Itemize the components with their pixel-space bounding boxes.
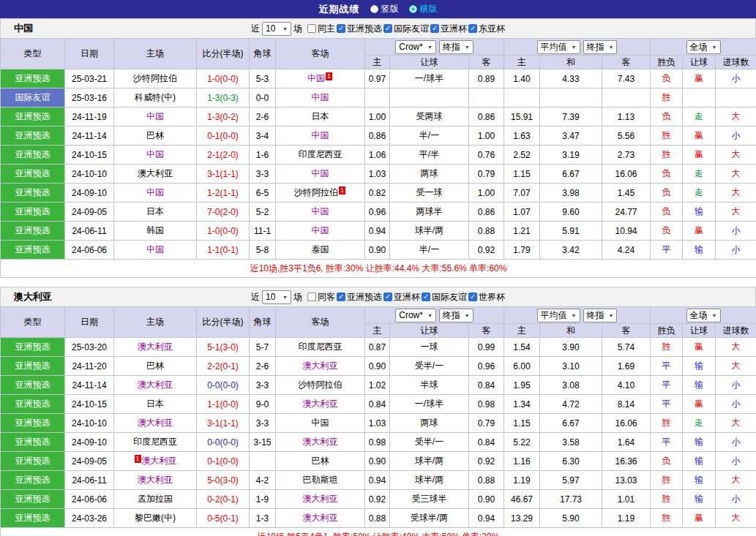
team-name: 中国	[146, 149, 164, 159]
subcol-header: 客	[602, 56, 651, 69]
filter-checkboxes: 同主亚洲预选国际友谊亚洲杯东亚杯	[307, 23, 505, 35]
goals-cell: 大	[716, 184, 756, 203]
result-cell: 胜	[651, 509, 683, 528]
checkbox-icon	[337, 292, 345, 301]
filter-checkbox[interactable]: 世界杯	[468, 291, 505, 303]
odds-final-select[interactable]: 终指▼	[439, 40, 474, 54]
subcol-header: 客	[469, 56, 504, 69]
filter-checkbox[interactable]: 同主	[307, 23, 335, 35]
avg-final-select[interactable]: 终指▼	[583, 40, 618, 54]
odds-away-cell: 0.89	[469, 69, 504, 88]
handicap-result-cell: 走	[683, 107, 716, 127]
match-type-cell: 亚洲预选	[1, 165, 65, 184]
subcol-header: 主	[504, 56, 540, 69]
goals-cell: 小	[716, 395, 756, 414]
match-type-cell: 亚洲预选	[1, 69, 65, 88]
home-team-cell: 黎巴嫩(中)	[114, 509, 197, 528]
avg-final-select[interactable]: 终指▼	[583, 309, 618, 322]
match-type-cell: 亚洲预选	[1, 107, 65, 127]
odds-away-cell: 0.92	[469, 241, 504, 260]
filter-checkbox[interactable]: 亚洲杯	[430, 23, 467, 35]
match-date-cell: 24-09-05	[65, 203, 114, 222]
team-name: 印度尼西亚	[299, 149, 343, 159]
bookmaker-select[interactable]: Crow*▼	[395, 40, 436, 54]
result-cell: 平	[651, 357, 683, 376]
handicap-cell	[390, 88, 469, 107]
radio-icon	[409, 5, 417, 13]
col-header: 日期	[65, 307, 114, 338]
odds-home-cell: 0.87	[365, 338, 390, 357]
red-card-badge: 1	[326, 72, 332, 80]
avg-home-cell: 1.54	[504, 338, 540, 357]
filter-checkbox[interactable]: 亚洲杯	[383, 291, 420, 303]
col-header: 角球	[250, 39, 276, 69]
layout-option-horizontal[interactable]: 横版	[409, 3, 438, 15]
score-cell: 0-0(0-0)	[197, 376, 250, 395]
odds-home-cell: 0.90	[365, 241, 390, 260]
handicap-result-cell: 赢	[683, 338, 716, 357]
result-cell: 负	[651, 165, 683, 184]
odds-away-cell: 0.88	[469, 471, 504, 490]
team-name: 澳大利亚	[142, 456, 177, 466]
filter-checkbox[interactable]: 亚洲预选	[337, 291, 382, 303]
avg-away-cell: 16.36	[602, 452, 651, 471]
avg-away-cell: 5.56	[602, 127, 651, 146]
avg-away-cell: 1.13	[602, 107, 651, 127]
score-cell: 5-1(3-0)	[197, 338, 250, 357]
chevron-down-icon: ▼	[465, 313, 470, 318]
home-team-cell: 澳大利亚	[114, 165, 197, 184]
handicap-cell: 半/一	[390, 241, 469, 260]
avg-draw-cell: 6.30	[540, 452, 602, 471]
score-cell: 2-1(2-0)	[197, 146, 250, 165]
subcol-header: 主	[504, 324, 540, 338]
odds-home-cell: 0.90	[365, 357, 390, 376]
odds-away-cell	[469, 88, 504, 107]
filter-checkbox[interactable]: 国际友谊	[383, 23, 429, 35]
odds-home-cell: 0.94	[365, 471, 390, 490]
handicap-cell: 球半/两	[390, 471, 469, 490]
match-count-select[interactable]: 10▼	[262, 290, 291, 304]
corner-cell: 3-4	[250, 127, 276, 146]
odds-home-cell: 0.84	[365, 395, 390, 414]
match-count-select[interactable]: 10▼	[262, 22, 291, 36]
score-cell: 1-0(0-0)	[197, 222, 250, 241]
goals-cell: 大	[716, 471, 756, 490]
avg-draw-cell: 4.72	[540, 395, 602, 414]
handicap-cell: 受一球	[390, 184, 469, 203]
avg-draw-cell: 3.98	[540, 184, 602, 203]
filter-checkbox[interactable]: 东亚杯	[468, 23, 505, 35]
layout-option-vertical[interactable]: 竖版	[370, 3, 399, 15]
corner-cell: 5-2	[250, 203, 276, 222]
match-date-cell: 24-06-06	[65, 490, 114, 509]
avg-select[interactable]: 平均值▼	[537, 309, 580, 322]
avg-draw-cell: 3.90	[540, 338, 602, 357]
filter-checkbox[interactable]: 同客	[307, 291, 335, 303]
match-date-cell: 24-09-05	[65, 452, 114, 471]
avg-select[interactable]: 平均值▼	[537, 40, 580, 54]
odds-away-cell: 0.79	[469, 414, 504, 433]
match-type-cell: 亚洲预选	[1, 146, 65, 165]
team-name: 澳大利亚	[138, 380, 173, 390]
odds-home-cell: 0.82	[365, 184, 390, 203]
col-header: 类型	[1, 39, 65, 69]
result-cell: 平	[651, 433, 683, 452]
bookmaker-select[interactable]: Crow*▼	[395, 309, 436, 322]
avg-draw-cell: 3.42	[540, 241, 602, 260]
avg-home-cell: 1.79	[504, 241, 540, 260]
odds-final-select[interactable]: 终指▼	[439, 309, 474, 322]
match-date-cell: 24-06-11	[65, 222, 114, 241]
avg-home-cell: 1.15	[504, 165, 540, 184]
match-date-cell: 24-09-10	[65, 184, 114, 203]
match-row: 亚洲预选25-03-20澳大利亚5-1(3-0)5-7印度尼西亚0.87一球0.…	[1, 338, 756, 357]
avg-home-cell: 1.34	[504, 395, 540, 414]
fulltime-select[interactable]: 全场▼	[686, 40, 721, 54]
fulltime-select[interactable]: 全场▼	[686, 309, 721, 322]
team-name: 韩国	[146, 225, 164, 235]
filter-checkbox[interactable]: 国际友谊	[422, 291, 467, 303]
match-row: 亚洲预选24-10-10澳大利亚3-1(1-1)3-3中国1.03两球0.791…	[1, 165, 756, 184]
avg-draw-cell: 6.67	[540, 414, 602, 433]
corner-cell: 6-5	[250, 184, 276, 203]
checkbox-icon	[422, 292, 430, 301]
avg-home-cell: 1.15	[504, 414, 540, 433]
filter-checkbox[interactable]: 亚洲预选	[337, 23, 382, 35]
